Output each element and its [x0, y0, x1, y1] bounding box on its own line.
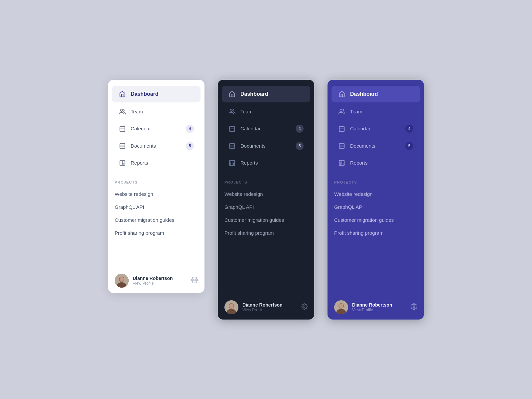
project-item-1-purple[interactable]: Website redesign: [334, 188, 417, 200]
project-item-1-light[interactable]: Website redesign: [115, 188, 198, 200]
project-item-1-dark[interactable]: Website redesign: [224, 188, 308, 200]
project-item-3-light[interactable]: Customer migration guides: [115, 213, 198, 226]
svg-rect-22: [230, 143, 235, 148]
dashboard-label-dark: Dashboard: [240, 91, 268, 97]
reports-label-purple: Reports: [350, 160, 368, 166]
team-icon: [119, 108, 126, 115]
project-item-2-dark[interactable]: GraphQL API: [224, 200, 308, 213]
documents-icon-dark: [228, 142, 236, 150]
settings-button-purple[interactable]: [411, 303, 417, 311]
projects-section-light: PROJECTS Website redesign GraphQL API Cu…: [108, 177, 204, 241]
calendar-badge-dark: 4: [296, 125, 304, 133]
sidebar-item-documents-light[interactable]: Documents 5: [112, 138, 200, 154]
sidebar-item-calendar-purple[interactable]: Calendar 4: [332, 120, 420, 137]
user-name-purple: Dianne Robertson: [352, 302, 411, 308]
project-item-4-dark[interactable]: Profit sharing program: [224, 226, 308, 239]
project-item-2-light[interactable]: GraphQL API: [115, 200, 198, 213]
svg-rect-1: [120, 126, 125, 131]
sidebar-purple: Dashboard Team: [328, 80, 424, 320]
settings-button-light[interactable]: [191, 277, 198, 285]
svg-point-49: [339, 304, 343, 308]
calendar-icon-dark: [228, 125, 236, 132]
sidebar-item-calendar-dark[interactable]: Calendar 4: [222, 120, 310, 137]
sidebar-item-team-dark[interactable]: Team: [222, 104, 310, 120]
svg-point-15: [120, 277, 124, 282]
projects-heading-purple: PROJECTS: [334, 180, 417, 184]
project-item-3-dark[interactable]: Customer migration guides: [224, 213, 308, 226]
user-info-light: Dianne Robertson View Profile: [133, 276, 191, 286]
calendar-icon: [119, 125, 126, 132]
documents-icon: [119, 142, 126, 150]
view-profile-dark[interactable]: View Profile: [242, 308, 301, 312]
svg-point-16: [194, 279, 196, 281]
user-info-purple: Dianne Robertson View Profile: [352, 302, 411, 312]
sidebar-dark: Dashboard Team: [218, 80, 314, 320]
projects-section-dark: PROJECTS Website redesign GraphQL API Cu…: [218, 177, 314, 241]
documents-icon-purple: [338, 142, 345, 150]
svg-point-32: [229, 304, 234, 308]
sidebar-item-reports-light[interactable]: Reports: [112, 155, 200, 171]
team-icon-dark: [228, 108, 236, 115]
page-container: Dashboard Team: [95, 66, 437, 333]
svg-rect-18: [230, 126, 235, 131]
sidebar-item-dashboard-purple[interactable]: Dashboard: [332, 86, 420, 102]
view-profile-purple[interactable]: View Profile: [352, 308, 411, 312]
project-item-4-light[interactable]: Profit sharing program: [115, 226, 198, 239]
nav-section-main-purple: Dashboard Team: [328, 80, 424, 174]
calendar-icon-purple: [338, 125, 345, 132]
documents-badge-light: 5: [186, 142, 194, 150]
projects-heading-dark: PROJECTS: [224, 180, 308, 184]
user-name-dark: Dianne Robertson: [242, 302, 301, 308]
documents-label-dark: Documents: [240, 143, 266, 149]
project-item-2-purple[interactable]: GraphQL API: [334, 200, 417, 213]
sidebar-light: Dashboard Team: [108, 80, 204, 293]
documents-label-purple: Documents: [350, 143, 375, 149]
dashboard-label-purple: Dashboard: [350, 91, 378, 97]
sidebar-item-reports-dark[interactable]: Reports: [222, 155, 310, 171]
user-name-light: Dianne Robertson: [133, 276, 191, 281]
home-icon: [119, 90, 126, 98]
svg-point-50: [413, 306, 415, 307]
svg-point-17: [230, 109, 232, 111]
nav-section-main-light: Dashboard Team: [108, 80, 204, 174]
view-profile-light[interactable]: View Profile: [133, 281, 191, 286]
documents-badge-dark: 5: [296, 142, 304, 150]
avatar-dark: [224, 300, 238, 314]
footer-dark: Dianne Robertson View Profile: [218, 295, 314, 320]
settings-button-dark[interactable]: [301, 303, 308, 311]
sidebar-item-dashboard-dark[interactable]: Dashboard: [222, 86, 310, 102]
home-icon-purple: [338, 90, 345, 98]
sidebar-item-calendar-light[interactable]: Calendar 4: [112, 120, 200, 137]
documents-label: Documents: [131, 143, 156, 149]
projects-section-purple: PROJECTS Website redesign GraphQL API Cu…: [328, 177, 424, 241]
sidebar-item-reports-purple[interactable]: Reports: [332, 155, 420, 171]
documents-badge-purple: 5: [405, 142, 413, 150]
reports-icon-purple: [338, 159, 345, 167]
reports-icon: [119, 159, 126, 167]
team-icon-purple: [338, 108, 345, 115]
footer-light: Dianne Robertson View Profile: [108, 268, 204, 293]
sidebar-item-team-light[interactable]: Team: [112, 104, 200, 120]
nav-section-main-dark: Dashboard Team: [218, 80, 314, 174]
sidebar-item-dashboard-light[interactable]: Dashboard: [112, 86, 200, 102]
avatar-purple: [334, 300, 348, 314]
project-item-4-purple[interactable]: Profit sharing program: [334, 226, 417, 239]
team-label: Team: [131, 109, 143, 114]
reports-label: Reports: [131, 160, 148, 166]
reports-icon-dark: [228, 159, 236, 167]
calendar-label: Calendar: [131, 126, 151, 131]
sidebar-item-team-purple[interactable]: Team: [332, 104, 420, 120]
sidebar-item-documents-purple[interactable]: Documents 5: [332, 138, 420, 154]
reports-label-dark: Reports: [240, 160, 258, 166]
sidebar-item-documents-dark[interactable]: Documents 5: [222, 138, 310, 154]
svg-point-34: [340, 109, 342, 111]
calendar-badge-purple: 4: [405, 125, 413, 133]
svg-point-33: [304, 306, 305, 307]
calendar-badge-light: 4: [186, 125, 194, 133]
svg-rect-39: [339, 143, 344, 148]
project-item-3-purple[interactable]: Customer migration guides: [334, 213, 417, 226]
svg-point-0: [120, 109, 123, 111]
user-info-dark: Dianne Robertson View Profile: [242, 302, 301, 312]
team-label-dark: Team: [240, 109, 253, 114]
calendar-label-dark: Calendar: [240, 126, 261, 131]
